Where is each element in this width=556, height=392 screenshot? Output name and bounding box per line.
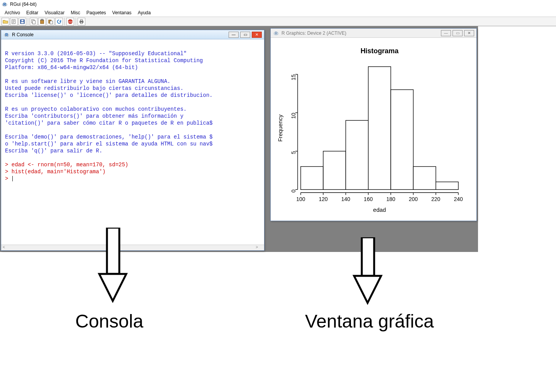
console-output: Escriba 'demo()' para demostraciones, 'h… [5,134,213,140]
svg-rect-5 [21,22,24,23]
console-output: Escriba 'q()' para salir de R. [5,148,102,154]
svg-text:10: 10 [290,113,297,119]
open-icon[interactable] [2,18,9,25]
histogram-chart: Histograma100120140160180200220240051015… [271,38,476,221]
svg-rect-25 [368,67,391,190]
svg-text:Histograma: Histograma [361,47,399,55]
svg-text:200: 200 [409,196,418,202]
svg-text:240: 240 [454,196,463,202]
svg-text:180: 180 [386,196,395,202]
svg-rect-26 [391,90,413,189]
refresh-icon[interactable] [55,18,63,25]
graphics-title: R Graphics: Device 2 (ACTIVE) [281,30,441,36]
console-output: R version 3.3.0 (2016-05-03) -- "Suppose… [5,51,186,57]
r-logo-icon: R [273,30,279,36]
svg-marker-58 [99,274,126,301]
svg-rect-24 [346,120,368,189]
minimize-icon[interactable]: — [229,32,239,38]
down-arrow-icon [352,237,383,314]
annotation-label-ventana-grafica: Ventana gráfica [305,311,434,332]
svg-text:0: 0 [290,189,297,193]
svg-rect-28 [436,182,458,189]
menu-visualizar[interactable]: Visualizar [41,9,68,16]
menu-archivo[interactable]: Archivo [2,9,23,16]
svg-text:100: 100 [296,196,305,202]
svg-rect-16 [80,22,82,24]
copy-paste-icon[interactable] [47,18,54,25]
close-icon[interactable]: ✕ [464,30,474,36]
minimize-icon[interactable]: — [441,30,451,36]
console-output: 'citation()' para saber cómo citar R o p… [5,120,213,126]
console-output: o 'help.start()' para abrir el sistema d… [5,141,213,147]
down-arrow-icon [97,228,128,305]
r-console-window[interactable]: R R Console — ▭ ✕ R version 3.3.0 (2016-… [1,30,264,251]
svg-text:R: R [275,31,278,35]
console-output: Platform: x86_64-w64-mingw32/x64 (64-bit… [5,64,138,71]
svg-rect-4 [21,20,23,21]
console-titlebar[interactable]: R R Console — ▭ ✕ [1,30,264,39]
print-icon[interactable] [78,18,85,25]
svg-text:160: 160 [364,196,373,202]
console-command: > edad <- rnorm(n=50, mean=170, sd=25) [5,162,128,168]
annotation-label-consola: Consola [75,311,143,332]
console-output: Escriba 'license()' o 'licence()' para d… [5,92,213,98]
svg-rect-7 [32,20,35,24]
console-body[interactable]: R version 3.3.0 (2016-05-03) -- "Suppose… [1,39,264,245]
menubar: Archivo Editar Visualizar Misc Paquetes … [0,8,556,17]
svg-text:140: 140 [341,196,351,202]
svg-text:5: 5 [290,151,297,154]
svg-rect-8 [41,20,44,24]
text-cursor-icon [12,176,13,181]
r-graphics-window[interactable]: R R Graphics: Device 2 (ACTIVE) — ▭ ✕ Hi… [270,28,477,221]
menu-editar[interactable]: Editar [23,9,41,16]
save-icon[interactable] [19,18,26,25]
svg-rect-57 [107,228,119,274]
r-logo-icon: R [3,32,10,38]
graphics-plot-area: Histograma100120140160180200220240051015… [271,38,476,221]
svg-text:STOP: STOP [68,20,73,23]
app-titlebar: R RGui (64-bit) [0,0,556,8]
toolbar: STOP [0,17,556,26]
svg-text:Frequency: Frequency [277,114,283,142]
svg-rect-11 [50,21,53,24]
source-icon[interactable] [10,18,18,25]
svg-text:R: R [5,33,8,37]
toolbar-separator [28,18,28,25]
svg-text:15: 15 [290,74,297,80]
svg-text:220: 220 [431,196,441,202]
stop-icon[interactable]: STOP [66,18,74,25]
r-logo-icon: R [2,1,8,7]
svg-rect-27 [413,167,436,190]
toolbar-separator [64,18,65,25]
svg-rect-59 [362,237,374,276]
graphics-titlebar[interactable]: R R Graphics: Device 2 (ACTIVE) — ▭ ✕ [271,29,476,38]
maximize-icon[interactable]: ▭ [240,32,250,38]
console-output: Escriba 'contributors()' para obtener má… [5,113,183,119]
svg-text:edad: edad [373,206,386,213]
console-output: R es un software libre y viene sin GARAN… [5,78,170,84]
console-output: Usted puede redistribuirlo bajo ciertas … [5,85,183,91]
menu-misc[interactable]: Misc [68,9,83,16]
console-title: R Console [12,32,229,37]
svg-rect-23 [323,151,346,190]
menu-ventanas[interactable]: Ventanas [109,9,135,16]
toolbar-separator [76,18,76,25]
console-command: > hist(edad, main='Histograma') [5,169,105,175]
horizontal-scrollbar[interactable] [1,245,264,250]
svg-text:R: R [3,2,6,7]
close-icon[interactable]: ✕ [252,32,262,38]
svg-text:120: 120 [319,196,328,202]
app-title: RGui (64-bit) [10,2,37,7]
svg-rect-22 [301,167,323,190]
paste-icon[interactable] [38,18,46,25]
menu-paquetes[interactable]: Paquetes [83,9,109,16]
console-output: Copyright (C) 2016 The R Foundation for … [5,57,203,64]
console-prompt: > [5,176,12,182]
svg-marker-60 [354,276,381,303]
mdi-area: R R Console — ▭ ✕ R version 3.3.0 (2016-… [0,26,478,252]
svg-rect-9 [41,19,43,20]
copy-icon[interactable] [30,18,37,25]
maximize-icon[interactable]: ▭ [453,30,463,36]
menu-ayuda[interactable]: Ayuda [135,9,154,16]
svg-rect-15 [80,19,82,21]
